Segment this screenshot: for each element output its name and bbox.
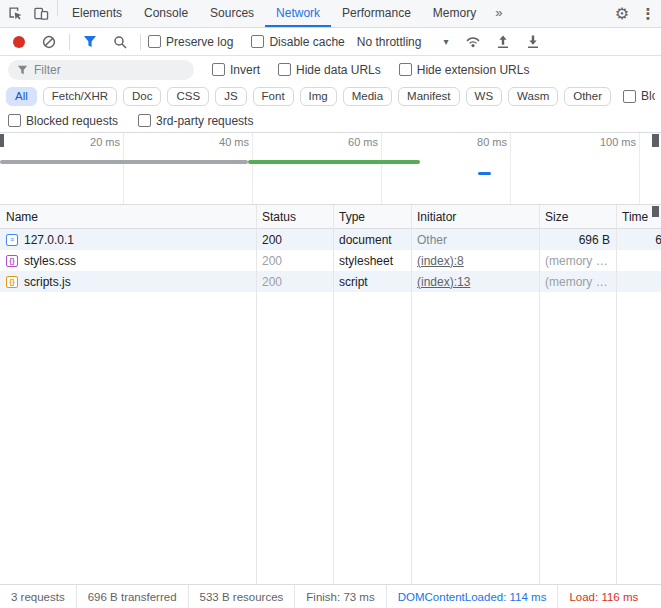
tab-console[interactable]: Console — [133, 0, 199, 27]
kebab-menu-icon[interactable]: ⋮ — [635, 1, 661, 27]
tabbar-spacer — [510, 0, 609, 27]
filter-input-container — [8, 60, 194, 80]
checkbox-box — [251, 35, 264, 48]
request-row-scripts-js[interactable]: {} scripts.js 200 script (index):13 (mem… — [0, 271, 661, 292]
tab-elements[interactable]: Elements — [61, 0, 133, 27]
request-name: 127.0.0.1 — [24, 233, 74, 247]
request-status: 200 — [256, 275, 333, 289]
finish-time: Finish: 73 ms — [294, 585, 385, 608]
overview-tick-label: 20 ms — [60, 136, 120, 148]
blocked-response-cookies-checkbox[interactable]: Blocked response cookies — [623, 89, 655, 103]
search-icon[interactable] — [107, 29, 133, 55]
tab-sources[interactable]: Sources — [199, 0, 265, 27]
request-name: styles.css — [24, 254, 76, 268]
timeline-overview[interactable]: 20 ms 40 ms 60 ms 80 ms 100 ms — [0, 133, 661, 205]
filter-input[interactable] — [34, 63, 174, 77]
hide-extension-urls-checkbox[interactable]: Hide extension URLs — [399, 63, 530, 77]
checkbox-label: Preserve log — [166, 35, 233, 49]
table-scroll-thumb[interactable] — [652, 206, 659, 217]
table-header-row: Name Status Type Initiator Size Time — [0, 205, 661, 229]
requests-table: Name Status Type Initiator Size Time ≡ 1… — [0, 205, 661, 584]
blocked-requests-checkbox[interactable]: Blocked requests — [8, 114, 118, 128]
chevron-down-icon: ▾ — [443, 36, 448, 47]
chip-ws[interactable]: WS — [466, 87, 503, 106]
chip-js[interactable]: JS — [215, 87, 246, 106]
request-row-127-0-0-1[interactable]: ≡ 127.0.0.1 200 document Other 696 B 69 … — [0, 229, 661, 250]
overview-left-handle[interactable] — [0, 134, 4, 147]
checkbox-box — [278, 63, 291, 76]
divider — [69, 34, 70, 50]
column-header-size[interactable]: Size — [539, 210, 616, 224]
tab-performance[interactable]: Performance — [331, 0, 422, 27]
chip-doc[interactable]: Doc — [123, 87, 161, 106]
import-har-icon[interactable] — [490, 29, 516, 55]
initiator-link[interactable]: (index):8 — [417, 254, 464, 268]
chip-manifest[interactable]: Manifest — [398, 87, 459, 106]
record-icon — [13, 36, 25, 48]
chip-img[interactable]: Img — [300, 87, 337, 106]
overview-gridline — [123, 133, 124, 204]
chip-css[interactable]: CSS — [167, 87, 209, 106]
device-toolbar-icon[interactable] — [28, 1, 54, 27]
checkbox-label: Disable cache — [269, 35, 344, 49]
chip-other[interactable]: Other — [564, 87, 611, 106]
filter-funnel-small-icon — [17, 65, 28, 75]
checkbox-label: Hide data URLs — [296, 63, 381, 77]
gear-glyph: ⚙ — [615, 6, 629, 22]
request-initiator: Other — [411, 233, 539, 247]
filter-bar: Invert Hide data URLs Hide extension URL… — [0, 56, 661, 83]
chip-all[interactable]: All — [6, 87, 37, 106]
script-file-icon: {} — [6, 276, 18, 288]
dom-content-loaded-time: DOMContentLoaded: 114 ms — [386, 585, 558, 608]
export-har-icon[interactable] — [520, 29, 546, 55]
column-header-type[interactable]: Type — [333, 210, 411, 224]
clear-network-log-button[interactable] — [36, 29, 62, 55]
stylesheet-file-icon: {} — [6, 255, 18, 267]
request-name: scripts.js — [24, 275, 71, 289]
checkbox-label: 3rd-party requests — [156, 114, 253, 128]
disable-cache-checkbox[interactable]: Disable cache — [251, 35, 344, 49]
request-type: document — [333, 233, 411, 247]
inspect-element-icon[interactable] — [2, 1, 28, 27]
overview-right-handle[interactable] — [652, 134, 659, 147]
chip-wasm[interactable]: Wasm — [508, 87, 558, 106]
checkbox-label: Blocked requests — [26, 114, 118, 128]
transferred-size: 696 B transferred — [76, 585, 188, 608]
throttling-dropdown[interactable]: No throttling ▾ — [349, 35, 457, 49]
checkbox-box — [623, 90, 636, 103]
column-header-status[interactable]: Status — [256, 210, 333, 224]
resources-size: 533 B resources — [188, 585, 295, 608]
overview-tick-label: 100 ms — [576, 136, 636, 148]
request-size: 696 B — [539, 233, 616, 247]
invert-checkbox[interactable]: Invert — [212, 63, 260, 77]
request-row-styles-css[interactable]: {} styles.css 200 stylesheet (index):8 (… — [0, 250, 661, 271]
tab-memory[interactable]: Memory — [422, 0, 487, 27]
preserve-log-checkbox[interactable]: Preserve log — [148, 35, 233, 49]
initiator-link[interactable]: (index):13 — [417, 275, 470, 289]
checkbox-box — [138, 114, 151, 127]
request-type: script — [333, 275, 411, 289]
request-size: (memory cache) — [539, 254, 616, 268]
blocked-filters-row: Blocked requests 3rd-party requests — [0, 109, 661, 133]
chip-media[interactable]: Media — [343, 87, 392, 106]
chip-fetch-xhr[interactable]: Fetch/XHR — [43, 87, 117, 106]
devtools-tabbar: Elements Console Sources Network Perform… — [0, 0, 661, 28]
overview-gridline — [639, 133, 640, 204]
more-tabs-button[interactable]: » — [487, 0, 510, 27]
tab-network[interactable]: Network — [265, 0, 331, 27]
column-header-initiator[interactable]: Initiator — [411, 210, 539, 224]
throttling-value: No throttling — [357, 35, 422, 49]
request-status: 200 — [256, 254, 333, 268]
filter-funnel-icon[interactable] — [77, 29, 103, 55]
hide-data-urls-checkbox[interactable]: Hide data URLs — [278, 63, 381, 77]
divider — [57, 0, 58, 16]
network-toolbar: Preserve log Disable cache No throttling… — [0, 28, 661, 56]
column-header-name[interactable]: Name — [0, 210, 256, 224]
record-network-log-button[interactable] — [6, 29, 32, 55]
chip-font[interactable]: Font — [253, 87, 294, 106]
third-party-requests-checkbox[interactable]: 3rd-party requests — [138, 114, 253, 128]
checkbox-label: Invert — [230, 63, 260, 77]
network-conditions-icon[interactable] — [460, 29, 486, 55]
request-type: stylesheet — [333, 254, 411, 268]
settings-gear-icon[interactable]: ⚙ — [609, 1, 635, 27]
